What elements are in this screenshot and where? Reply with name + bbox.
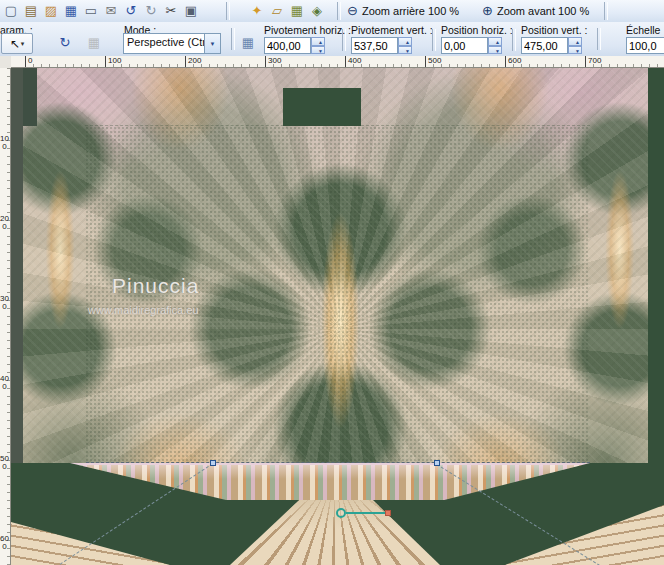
field-spinner: ▲ ▼ [311,37,324,54]
spin-up-icon[interactable]: ▲ [568,37,582,46]
zoom-in-button[interactable]: ⊕ Zoom avant 100 % [479,1,592,21]
rotation-handle[interactable] [385,510,391,516]
canvas-corner-green [23,68,37,126]
spin-down-icon[interactable]: ▼ [398,46,412,55]
field-label: Position vert. : [521,24,609,36]
ruler-mark: 500 [0,455,9,471]
reset-button[interactable]: ↻ [54,33,76,52]
palette-icon[interactable]: ✦ [248,1,266,19]
field-input[interactable] [521,37,568,54]
zoom-out-label: Zoom arrière 100 % [362,5,459,17]
canvas-right-green [648,68,664,500]
toolbar-icon-group: ▢▤▨▦▭✉↺↻✂▣ [2,1,200,19]
ruler-mark: 400 [0,375,9,391]
pivot-point[interactable] [336,508,346,518]
toolbar-separator [337,2,341,20]
ruler-mark: 400 [345,56,425,67]
new-file-icon[interactable]: ▢ [2,1,20,19]
field-input[interactable] [351,37,398,54]
dropdown-arrow-icon[interactable]: ▼ [204,34,220,53]
mode-value: Perspective (Ctrl) [124,34,204,53]
watermark-url: www.maidiregrafica.eu [88,304,199,316]
ruler-icon[interactable]: ▱ [268,1,286,19]
tool-options-palette: aram. : ↖ ▾ ↻ ▦ Mode : Perspective (Ctrl… [0,22,664,57]
spin-down-icon[interactable]: ▼ [311,46,325,55]
zoom-out-button[interactable]: ⊖ Zoom arrière 100 % [344,1,462,21]
spin-down-icon[interactable]: ▼ [488,46,502,55]
field-spinner: ▲ ▼ [488,37,501,54]
last-used-button[interactable]: ▦ [83,33,105,52]
psp-window: { "toolbar_top": { "icons_main": [ {"nam… [0,0,664,565]
cut-icon[interactable]: ✂ [162,1,180,19]
spin-up-icon[interactable]: ▲ [398,37,412,46]
spin-up-icon[interactable]: ▲ [488,37,502,46]
toolbar-separator [226,2,230,20]
tool-presets-button[interactable]: ↖ ▾ [1,33,33,54]
transform-field-group: Pivotement horiz. : ▲ ▼ [264,24,352,54]
undo-icon[interactable]: ↺ [122,1,140,19]
zoom-in-icon: ⊕ [482,4,493,18]
field-input[interactable] [441,37,488,54]
toolbar-icon-group-extra: ✦▱▦◈ [248,1,326,19]
ruler-mark: 500 [425,56,505,67]
transform-field-group: Pivotement vert. : ▲ ▼ [351,24,439,54]
toolbar-separator [604,2,608,20]
ruler-mark: 300 [0,295,9,311]
options-separator [597,28,601,50]
vertical-ruler: 100200300400500600 [0,68,11,565]
browse-icon[interactable]: ▤ [22,1,40,19]
pivot-rotation-line [346,512,388,514]
materials-icon[interactable]: ◈ [308,1,326,19]
mail-icon[interactable]: ✉ [102,1,120,19]
grid-icon[interactable]: ▦ [288,1,306,19]
canvas-notch-green [283,88,361,126]
ruler-mark: 700 [585,56,664,67]
redo-icon[interactable]: ↻ [142,1,160,19]
field-spinner: ▲ ▼ [398,37,411,54]
ruler-mark: 200 [185,56,265,67]
save-icon[interactable]: ▦ [62,1,80,19]
transform-field-group: Position vert. : ▲ ▼ [521,24,609,54]
zoom-out-icon: ⊖ [347,4,358,18]
zoom-in-label: Zoom avant 100 % [497,5,589,17]
ruler-mark: 300 [265,56,345,67]
canvas[interactable]: Pinuccia www.maidiregrafica.eu [11,68,664,565]
squeezed-image-band [70,463,590,500]
field-spinner: ▲ ▼ [568,37,581,54]
pick-tool-icon: ↖ [10,38,20,50]
field-label: Pivotement vert. : [351,24,439,36]
print-icon[interactable]: ▭ [82,1,100,19]
field-label: Pivotement horiz. : [264,24,352,36]
copy-icon[interactable]: ▣ [182,1,200,19]
ruler-mark: 100 [105,56,185,67]
ruler-mark: 600 [0,535,9,551]
show-handles-button[interactable]: ▦ [238,33,258,52]
spin-up-icon[interactable]: ▲ [311,37,325,46]
horizontal-ruler: 0100200300400500600700 [11,56,664,68]
scale-label: Échelle [626,24,664,36]
ruler-mark: 200 [0,215,9,231]
standard-toolbar: ▢▤▨▦▭✉↺↻✂▣ ✦▱▦◈ ⊖ Zoom arrière 100 % ⊕ Z… [0,0,664,23]
options-separator [231,28,235,50]
scale-field-group: Échelle ▲ ▼ [626,24,664,54]
watermark-title: Pinuccia [112,274,199,298]
field-input[interactable] [264,37,311,54]
perspective-handle-left[interactable] [210,460,216,466]
ruler-mark: 600 [505,56,585,67]
scale-input[interactable] [626,37,664,54]
perspective-handle-right[interactable] [434,460,440,466]
floor-center [230,500,440,565]
ruler-mark: 100 [0,135,9,151]
open-file-icon[interactable]: ▨ [42,1,60,19]
mode-dropdown[interactable]: Perspective (Ctrl) ▼ [123,33,221,54]
spin-down-icon[interactable]: ▼ [568,46,582,55]
ruler-mark: 0 [25,56,105,67]
chevron-down-icon: ▾ [21,40,25,48]
deform-quad-top-edge [86,462,590,463]
